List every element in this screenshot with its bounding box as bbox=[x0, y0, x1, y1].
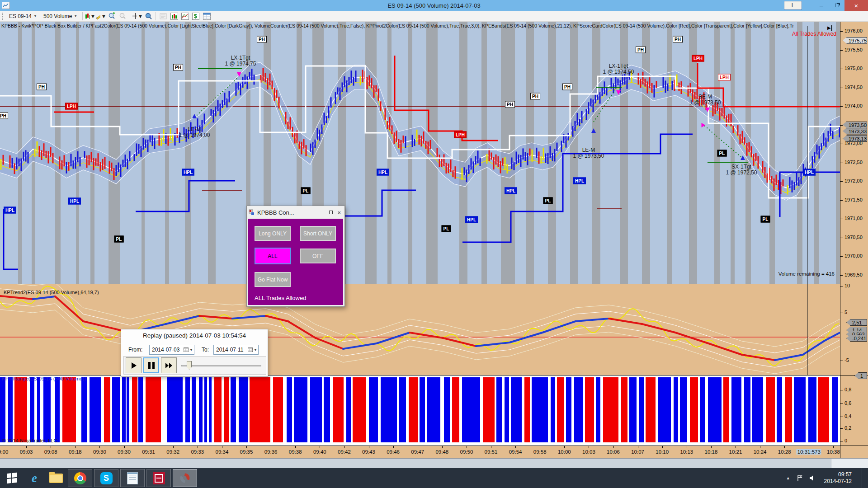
show-desktop-button[interactable] bbox=[862, 468, 865, 488]
data-box-button[interactable] bbox=[143, 11, 154, 21]
short-only-button[interactable]: Short ONLY bbox=[300, 226, 336, 241]
copyright-label: © 2014 NinjaTrader, LLC bbox=[2, 438, 57, 443]
dialog-titlebar[interactable]: KPBBB Con... – × bbox=[247, 206, 344, 219]
time-tick bbox=[51, 446, 51, 448]
swing-label-ph: PH bbox=[673, 36, 683, 43]
swing-label-lph: LPH bbox=[65, 103, 78, 110]
chart-window-button[interactable] bbox=[179, 11, 190, 21]
kptrend-label: KPTrend2(ES 09-14 (500 Volume),64,19,7) bbox=[4, 290, 99, 295]
time-tick bbox=[2, 446, 2, 448]
action-center-flag-icon[interactable] bbox=[797, 475, 803, 481]
time-label: 10:18 bbox=[705, 449, 718, 455]
minimize-button[interactable]: – bbox=[814, 0, 829, 10]
taskbar-item-notepad[interactable] bbox=[120, 469, 145, 487]
time-tick bbox=[393, 446, 394, 448]
from-date-input[interactable]: 2014-07-03 ▼ bbox=[149, 345, 194, 355]
replay-panel[interactable]: Replay (paused) 2014-07-03 10:54:54 From… bbox=[121, 329, 268, 377]
grid-window-button[interactable] bbox=[201, 11, 212, 21]
axis-tick bbox=[840, 144, 843, 144]
calendar-dropdown-icon[interactable]: ▼ bbox=[184, 347, 193, 352]
play-button[interactable] bbox=[126, 357, 142, 373]
axis-tick bbox=[840, 88, 843, 88]
dialog-close-icon[interactable]: × bbox=[337, 209, 341, 216]
window-titlebar[interactable]: ES 09-14 (500 Volume) 2014-07-03 L – × bbox=[0, 0, 868, 11]
link-button[interactable]: L bbox=[784, 1, 802, 10]
account-data-button[interactable]: $ bbox=[190, 11, 201, 21]
taskbar-item-chrome[interactable] bbox=[68, 469, 92, 487]
instrument-dropdown[interactable]: ES 09-14▼ bbox=[6, 12, 40, 20]
kpbbb-control-dialog[interactable]: KPBBB Con... – × Long ONLY Short ONLY AL… bbox=[246, 206, 345, 307]
swing-label-lph: LPH bbox=[692, 55, 704, 62]
axis-tick-label: 1971,50 bbox=[844, 197, 863, 202]
trade-annotation: LE-M1 @ 1973,50 bbox=[573, 147, 604, 159]
price-axis[interactable]: 1976,001975,501975,001974,501974,001973,… bbox=[840, 22, 868, 458]
volume-icon[interactable] bbox=[809, 475, 816, 481]
dialog-app-icon bbox=[249, 209, 255, 216]
zoom-out-button[interactable] bbox=[117, 11, 128, 21]
axis-tick-label: 1976,00 bbox=[844, 28, 863, 33]
internet-explorer-icon: e bbox=[32, 471, 37, 485]
replay-speed-slider[interactable] bbox=[181, 357, 261, 373]
slider-thumb[interactable] bbox=[187, 361, 192, 370]
toolbar-separator bbox=[156, 12, 156, 20]
kpmrange-panel[interactable]: KPMRange(ES 09-14 (500 Volume)) © 2014 N… bbox=[0, 375, 840, 446]
output-window-button[interactable] bbox=[158, 11, 169, 21]
calendar-dropdown-icon[interactable]: ▼ bbox=[248, 347, 257, 352]
price-marker-tag: 1973,33 bbox=[843, 128, 867, 135]
chart-plot[interactable]: KPBBB - Kwik*POP Black Box Builder / KPF… bbox=[0, 22, 840, 458]
taskbar-item-news-app[interactable] bbox=[146, 469, 171, 487]
time-label: 10:06 bbox=[607, 449, 620, 455]
tray-expand-icon[interactable]: ▲ bbox=[786, 476, 790, 480]
time-tick bbox=[515, 446, 516, 448]
trade-annotation: SX-1Tgt1 @ 1972,50 bbox=[726, 164, 757, 176]
dialog-maximize-icon[interactable] bbox=[329, 211, 333, 214]
short-arrow-icon bbox=[616, 90, 621, 95]
time-tick bbox=[760, 446, 760, 448]
all-button[interactable]: ALL bbox=[255, 248, 291, 264]
market-analyzer-button[interactable] bbox=[169, 11, 179, 21]
time-label: 09:30 bbox=[118, 449, 131, 455]
time-label: 09:18 bbox=[69, 449, 82, 455]
go-flat-now-button[interactable]: Go Flat Now bbox=[255, 272, 291, 287]
fast-forward-button[interactable] bbox=[161, 357, 177, 373]
toolbar-grip[interactable] bbox=[2, 13, 4, 20]
interval-dropdown[interactable]: 500 Volume▼ bbox=[40, 12, 80, 20]
trade-annotation: LX-1Tgt1 @ 1974,75 bbox=[225, 55, 256, 67]
swing-label-ph: PH bbox=[37, 84, 47, 90]
time-label: 09:34 bbox=[216, 449, 229, 455]
taskbar-item-skype[interactable]: S bbox=[94, 469, 118, 487]
indicator-value-tag: -0,241 bbox=[846, 335, 867, 342]
restore-button[interactable] bbox=[829, 0, 844, 10]
to-date-value: 2014-07-11 bbox=[216, 347, 244, 353]
to-date-input[interactable]: 2014-07-11 ▼ bbox=[213, 345, 259, 355]
axis-tick-label: 1971,00 bbox=[844, 216, 863, 221]
taskbar-item-ninjatrader[interactable] bbox=[173, 469, 197, 487]
short-arrow-icon bbox=[705, 108, 710, 112]
time-cursor-label: 10:31:573 bbox=[797, 449, 821, 455]
go-to-last-bar-icon[interactable]: ▶ bbox=[827, 25, 832, 31]
chart-style-button[interactable]: ▼ bbox=[85, 11, 95, 21]
system-tray: ▲ 09:57 2014-07-12 bbox=[786, 468, 868, 488]
start-button[interactable] bbox=[0, 468, 24, 488]
time-tick bbox=[613, 446, 614, 448]
time-tick bbox=[467, 446, 467, 448]
crosshair-button[interactable]: ▼ bbox=[132, 11, 143, 21]
time-axis[interactable]: 09:0009:0309:0809:1809:3009:3009:3109:32… bbox=[0, 446, 840, 458]
off-button[interactable]: OFF bbox=[300, 249, 336, 263]
drawing-tools-button[interactable]: ▼ bbox=[95, 11, 106, 21]
pause-button[interactable] bbox=[143, 357, 159, 373]
swing-label-pl: PL bbox=[761, 216, 770, 223]
zoom-in-button[interactable] bbox=[106, 11, 117, 21]
close-button[interactable]: × bbox=[844, 0, 868, 11]
time-tick bbox=[418, 446, 418, 448]
price-panel[interactable]: KPBBB - Kwik*POP Black Box Builder / KPF… bbox=[0, 22, 840, 284]
windows-logo-icon bbox=[7, 473, 17, 483]
time-label: 10:10 bbox=[656, 449, 669, 455]
dialog-minimize-icon[interactable]: – bbox=[321, 209, 325, 216]
taskbar-item-ie[interactable]: e bbox=[24, 468, 45, 488]
taskbar-clock[interactable]: 09:57 2014-07-12 bbox=[824, 471, 852, 485]
axis-tick-label: 1969,50 bbox=[844, 272, 863, 277]
taskbar-item-explorer[interactable] bbox=[45, 468, 67, 488]
long-only-button[interactable]: Long ONLY bbox=[255, 226, 291, 241]
axis-tick bbox=[840, 441, 843, 441]
